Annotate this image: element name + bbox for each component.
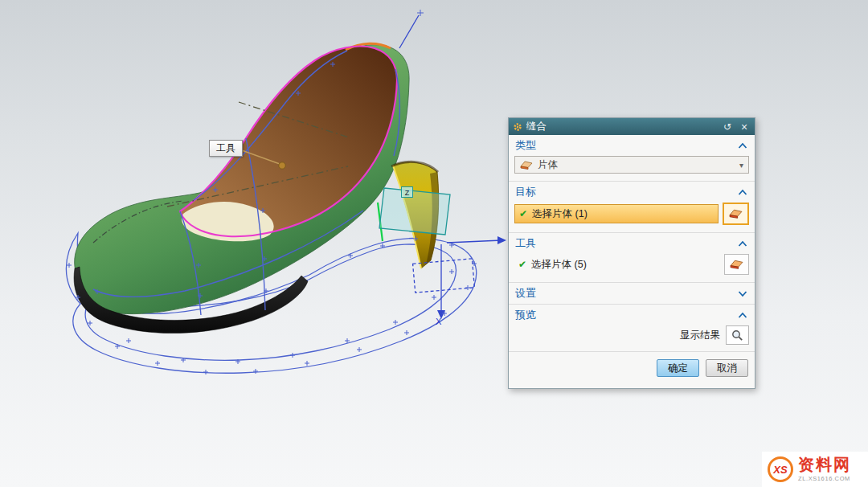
section-settings: 设置: [509, 283, 755, 305]
gear-icon: [513, 122, 522, 132]
section-tool-label: 工具: [515, 236, 536, 251]
watermark-logo: XS: [768, 456, 793, 482]
section-settings-header[interactable]: 设置: [509, 283, 755, 304]
type-dropdown-value: 片体: [538, 158, 558, 172]
check-icon: ✔: [519, 208, 527, 219]
target-sheet-button[interactable]: [723, 203, 749, 225]
tool-selection-label: 选择片体 (5): [531, 258, 587, 272]
ok-button[interactable]: 确定: [657, 359, 699, 377]
show-result-button[interactable]: [726, 325, 749, 345]
section-tool: 工具 ✔ 选择片体 (5): [509, 233, 755, 283]
type-dropdown[interactable]: 片体 ▾: [514, 156, 749, 174]
section-target: 目标 ✔ 选择片体 (1): [509, 182, 755, 233]
chevron-up-icon[interactable]: [738, 312, 747, 319]
axis-x-label: X: [436, 317, 441, 326]
axis-z-label: Z: [401, 186, 413, 198]
datum-plane[interactable]: [379, 188, 450, 235]
target-selection-label: 选择片体 (1): [532, 207, 588, 221]
tool-selection-row[interactable]: ✔ 选择片体 (5): [514, 255, 720, 274]
tool-tooltip: 工具: [209, 140, 243, 157]
chevron-up-icon[interactable]: [738, 189, 747, 196]
section-tool-header[interactable]: 工具: [509, 233, 755, 254]
section-settings-label: 设置: [515, 286, 536, 301]
sew-dialog: 缝合 ↺ × 类型 片体 ▾ 目标: [508, 117, 755, 389]
close-icon[interactable]: ×: [738, 121, 751, 133]
section-target-label: 目标: [515, 185, 536, 199]
dialog-titlebar[interactable]: 缝合 ↺ ×: [509, 118, 755, 135]
section-type-label: 类型: [515, 138, 536, 153]
magnifier-icon: [731, 329, 743, 342]
sheet-body-icon: [730, 259, 743, 270]
section-type-header[interactable]: 类型: [509, 135, 755, 156]
section-preview-label: 预览: [515, 308, 536, 322]
watermark-site-url: ZL.XS1616.COM: [798, 475, 851, 482]
tool-sheet-button[interactable]: [724, 254, 749, 275]
chevron-up-icon[interactable]: [738, 142, 747, 149]
section-preview: 预览 显示结果: [509, 305, 755, 352]
axis-arrowhead-right: [497, 236, 506, 244]
watermark: XS 资料网 ZL.XS1616.COM: [762, 452, 868, 487]
target-selection-row[interactable]: ✔ 选择片体 (1): [514, 204, 719, 223]
show-result-label: 显示结果: [680, 329, 720, 342]
tool-marker[interactable]: [279, 162, 285, 169]
dialog-button-row: 确定 取消: [509, 352, 755, 384]
axis-arrow-right: [447, 240, 502, 243]
section-type: 类型 片体 ▾: [509, 135, 755, 182]
section-target-header[interactable]: 目标: [509, 182, 755, 203]
sheet-body-icon: [520, 160, 533, 170]
application-window: 工具 Z X 缝合 ↺ × 类型: [0, 0, 868, 487]
reset-icon[interactable]: ↺: [721, 121, 734, 133]
check-icon: ✔: [518, 259, 526, 270]
extension-line: [399, 15, 419, 48]
caret-down-icon: ▾: [739, 161, 743, 170]
cancel-button[interactable]: 取消: [706, 359, 748, 377]
sheet-body-icon: [729, 208, 743, 219]
chevron-up-icon[interactable]: [738, 240, 747, 248]
watermark-site-name: 资料网: [798, 456, 851, 473]
dialog-title: 缝合: [526, 120, 717, 133]
chevron-down-icon[interactable]: [738, 290, 747, 297]
section-preview-header[interactable]: 预览: [509, 305, 755, 325]
